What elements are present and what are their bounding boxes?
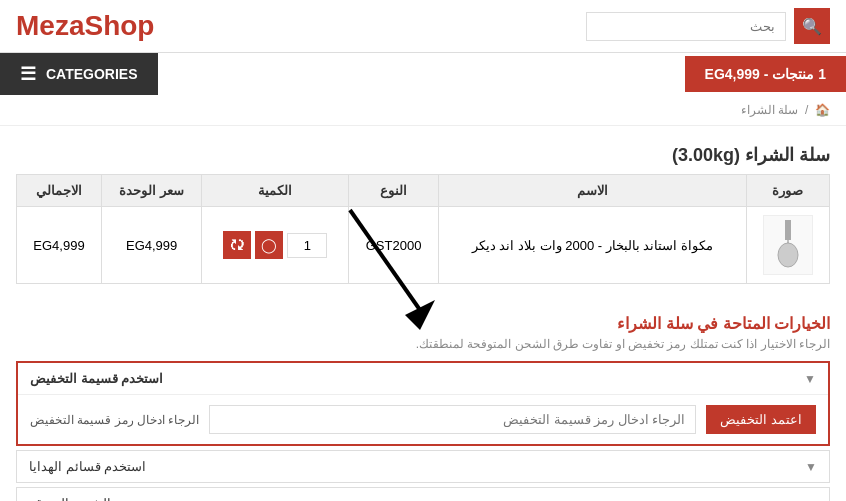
categories-button[interactable]: CATEGORIES ☰ — [0, 53, 158, 95]
qty-decrease-button[interactable]: 🗘 — [223, 231, 251, 259]
qty-remove-button[interactable]: ◯ — [255, 231, 283, 259]
menu-icon: ☰ — [20, 63, 36, 85]
shipping-box: ▼ الشحن المتوقع — [16, 487, 830, 501]
options-section: الخيارات المتاحة في سلة الشراء الرجاء ال… — [0, 304, 846, 501]
product-image-cell — [746, 207, 829, 284]
svg-rect-2 — [785, 220, 791, 240]
table-row: مكواة استاند بالبخار - 2000 وات بلاد اند… — [17, 207, 830, 284]
col-qty: الكمية — [202, 175, 349, 207]
discount-label: الرجاء ادخال رمز قسيمة التخفيض — [30, 413, 199, 427]
main-content: سلة الشراء (3.00kg) صورة الاسم النوع الك… — [0, 126, 846, 304]
product-name: مكواة استاند بالبخار - 2000 وات بلاد اند… — [439, 207, 747, 284]
product-image — [763, 215, 813, 275]
gift-box: ▼ استخدم قسائم الهدايا — [16, 450, 830, 483]
cart-table: صورة الاسم النوع الكمية سعر الوحدة الاجم… — [16, 174, 830, 284]
options-title: الخيارات المتاحة في سلة الشراء — [16, 314, 830, 333]
header: 🔍 MezaShop — [0, 0, 846, 53]
product-type: GST2000 — [349, 207, 439, 284]
cart-badge[interactable]: 1 منتجات - EG4,999 — [685, 56, 846, 92]
navbar: 1 منتجات - EG4,999 CATEGORIES ☰ — [0, 53, 846, 95]
svg-point-3 — [778, 243, 798, 267]
shipping-header[interactable]: ▼ الشحن المتوقع — [17, 488, 829, 501]
search-area: 🔍 — [586, 8, 830, 44]
options-subtitle: الرجاء الاختيار اذا كنت تمتلك رمز تخفيض … — [16, 337, 830, 351]
discount-box: ▼ استخدم قسيمة التخفيض اعتمد التخفيض الر… — [16, 361, 830, 446]
product-qty-cell: 🗘 ◯ — [202, 207, 349, 284]
gift-header-text: استخدم قسائم الهدايا — [29, 459, 146, 474]
shipping-header-text: الشحن المتوقع — [29, 496, 111, 501]
col-type: النوع — [349, 175, 439, 207]
breadcrumb: 🏠 / سلة الشراء — [0, 95, 846, 126]
discount-body: اعتمد التخفيض الرجاء ادخال رمز قسيمة الت… — [18, 394, 828, 444]
col-name: الاسم — [439, 175, 747, 207]
logo: MezaShop — [16, 10, 154, 42]
discount-toggle-icon: ▼ — [804, 372, 816, 386]
qty-input[interactable] — [287, 233, 327, 258]
page-title: سلة الشراء (3.00kg) — [16, 136, 830, 174]
gift-header[interactable]: ▼ استخدم قسائم الهدايا — [17, 451, 829, 482]
gift-toggle-icon: ▼ — [805, 460, 817, 474]
product-unit-price: EG4,999 — [101, 207, 201, 284]
discount-header-text: استخدم قسيمة التخفيض — [30, 371, 163, 386]
breadcrumb-home[interactable]: 🏠 — [815, 103, 830, 117]
search-input[interactable] — [586, 12, 786, 41]
col-image: صورة — [746, 175, 829, 207]
col-price: سعر الوحدة — [101, 175, 201, 207]
discount-input[interactable] — [209, 405, 696, 434]
categories-label: CATEGORIES — [46, 66, 138, 82]
search-button[interactable]: 🔍 — [794, 8, 830, 44]
discount-header[interactable]: ▼ استخدم قسيمة التخفيض — [18, 363, 828, 394]
product-total: EG4,999 — [17, 207, 102, 284]
col-total: الاجمالي — [17, 175, 102, 207]
shipping-toggle-icon: ▼ — [805, 497, 817, 502]
apply-discount-button[interactable]: اعتمد التخفيض — [706, 405, 816, 434]
breadcrumb-cart: سلة الشراء — [741, 103, 798, 117]
